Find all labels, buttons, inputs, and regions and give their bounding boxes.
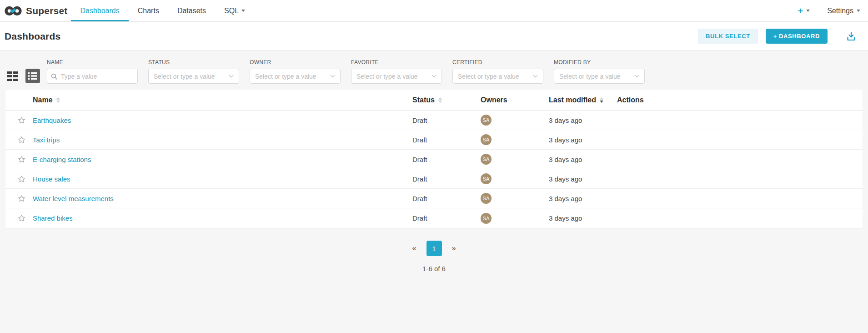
table-header-row: Name Status Owners Last modified Actions bbox=[5, 90, 863, 111]
last-modified-cell: 3 days ago bbox=[543, 214, 612, 222]
owner-avatar: SA bbox=[481, 154, 492, 165]
nav-tab-dashboards[interactable]: Dashboards bbox=[71, 0, 128, 21]
card-view-toggle-button[interactable] bbox=[5, 69, 20, 83]
sort-icon bbox=[438, 97, 442, 103]
last-modified-cell: 3 days ago bbox=[543, 116, 612, 124]
header-actions: BULK SELECT + DASHBOARD bbox=[698, 29, 858, 44]
favorite-select[interactable]: Select or type a value bbox=[351, 69, 442, 84]
last-modified-cell: 3 days ago bbox=[543, 175, 612, 183]
table-body: Earthquakes Draft SA 3 days ago bbox=[5, 111, 863, 228]
table-row: Shared bikes Draft SA 3 days ago bbox=[5, 208, 863, 228]
owner-avatar: SA bbox=[481, 115, 492, 126]
list-view-toggle-button[interactable] bbox=[25, 69, 40, 83]
page-title: Dashboards bbox=[5, 31, 60, 42]
favorite-star-icon[interactable] bbox=[17, 175, 26, 183]
dashboard-name-link[interactable]: House sales bbox=[33, 175, 70, 183]
bulk-select-button[interactable]: BULK SELECT bbox=[698, 29, 758, 44]
status-cell: Draft bbox=[407, 156, 475, 163]
pagination-page-1-button[interactable]: 1 bbox=[426, 241, 442, 256]
dashboard-name-link[interactable]: Taxi trips bbox=[33, 136, 60, 144]
status-cell: Draft bbox=[407, 195, 475, 202]
filter-label: NAME bbox=[47, 59, 138, 66]
table-row: Earthquakes Draft SA 3 days ago bbox=[5, 111, 863, 130]
filter-certified: CERTIFIED Select or type a value bbox=[452, 59, 543, 84]
dashboard-name-link[interactable]: Water level measurements bbox=[33, 195, 114, 202]
pagination-prev-button[interactable]: « bbox=[409, 242, 420, 254]
filter-label: MODIFIED BY bbox=[554, 59, 645, 66]
chevron-down-icon bbox=[806, 10, 810, 12]
page-header: Dashboards BULK SELECT + DASHBOARD bbox=[0, 22, 868, 51]
owners-cell: SA bbox=[475, 173, 543, 184]
table-row: Taxi trips Draft SA 3 days ago bbox=[5, 130, 863, 150]
column-header-actions: Actions bbox=[612, 96, 863, 104]
favorite-star-icon[interactable] bbox=[17, 194, 26, 203]
last-modified-cell: 3 days ago bbox=[543, 156, 612, 163]
owner-avatar: SA bbox=[481, 193, 492, 204]
navbar-right: + Settings bbox=[798, 0, 861, 21]
name-search-box bbox=[47, 69, 138, 84]
owner-avatar: SA bbox=[481, 173, 492, 184]
sort-desc-icon bbox=[600, 97, 603, 103]
dashboard-name-link[interactable]: E-charging stations bbox=[33, 156, 91, 163]
last-modified-cell: 3 days ago bbox=[543, 195, 612, 202]
owner-avatar: SA bbox=[481, 213, 492, 224]
brand-wordmark: Superset bbox=[26, 5, 67, 16]
chevron-down-icon bbox=[857, 10, 860, 12]
pagination-summary: 1-6 of 6 bbox=[5, 265, 863, 272]
dashboards-table-card: Name Status Owners Last modified Actions bbox=[5, 90, 863, 228]
nav-tab-sql[interactable]: SQL bbox=[215, 0, 254, 21]
modified-by-select[interactable]: Select or type a value bbox=[554, 69, 645, 84]
filter-modified-by: MODIFIED BY Select or type a value bbox=[554, 59, 645, 84]
settings-menu-button[interactable]: Settings bbox=[827, 7, 860, 15]
last-modified-cell: 3 days ago bbox=[543, 136, 612, 144]
favorite-star-icon[interactable] bbox=[17, 116, 26, 125]
status-cell: Draft bbox=[407, 175, 475, 183]
owners-cell: SA bbox=[475, 154, 543, 165]
favorite-star-icon[interactable] bbox=[17, 214, 26, 222]
favorite-star-icon[interactable] bbox=[17, 136, 26, 144]
status-select[interactable]: Select or type a value bbox=[148, 69, 239, 84]
new-item-menu-button[interactable]: + bbox=[798, 6, 810, 15]
nav-tab-charts[interactable]: Charts bbox=[129, 0, 168, 21]
filter-label: STATUS bbox=[148, 59, 239, 66]
column-header-status[interactable]: Status bbox=[407, 96, 475, 104]
owners-cell: SA bbox=[475, 115, 543, 126]
dashboard-name-link[interactable]: Earthquakes bbox=[33, 116, 71, 124]
grid-view-icon bbox=[7, 71, 19, 81]
chevron-down-icon bbox=[533, 75, 538, 78]
chevron-down-icon bbox=[431, 75, 437, 78]
certified-select[interactable]: Select or type a value bbox=[452, 69, 543, 84]
owners-cell: SA bbox=[475, 134, 543, 145]
list-view-icon bbox=[28, 72, 37, 80]
column-header-last-modified[interactable]: Last modified bbox=[543, 96, 612, 104]
dashboard-name-link[interactable]: Shared bikes bbox=[33, 214, 73, 222]
superset-infinity-icon bbox=[5, 5, 22, 17]
plus-icon: + bbox=[798, 6, 803, 15]
chevron-down-icon bbox=[241, 10, 245, 12]
top-navbar: Superset Dashboards Charts Datasets SQL … bbox=[0, 0, 868, 22]
chevron-down-icon bbox=[634, 75, 639, 78]
filter-status: STATUS Select or type a value bbox=[148, 59, 239, 84]
filter-label: FAVORITE bbox=[351, 59, 442, 66]
filter-label: CERTIFIED bbox=[452, 59, 543, 66]
filter-bar: NAME STATUS Select or type a value OWNE bbox=[5, 59, 863, 84]
status-cell: Draft bbox=[407, 136, 475, 144]
main-nav: Dashboards Charts Datasets SQL bbox=[71, 0, 254, 21]
pagination-next-button[interactable]: » bbox=[448, 242, 460, 254]
sort-icon bbox=[56, 97, 60, 103]
view-mode-toggles bbox=[5, 69, 40, 83]
column-header-name[interactable]: Name bbox=[33, 96, 407, 104]
table-row: House sales Draft SA 3 days ago bbox=[5, 169, 863, 189]
owners-cell: SA bbox=[475, 193, 543, 204]
favorite-star-icon[interactable] bbox=[17, 155, 26, 164]
owner-avatar: SA bbox=[481, 134, 492, 145]
pagination: « 1 » bbox=[5, 241, 863, 256]
import-dashboards-button[interactable] bbox=[844, 30, 858, 43]
new-dashboard-button[interactable]: + DASHBOARD bbox=[766, 29, 828, 44]
filter-owner: OWNER Select or type a value bbox=[250, 59, 341, 84]
import-download-icon bbox=[845, 30, 857, 42]
superset-logo[interactable]: Superset bbox=[5, 0, 67, 21]
owner-select[interactable]: Select or type a value bbox=[250, 69, 341, 84]
search-input[interactable] bbox=[57, 69, 134, 83]
nav-tab-datasets[interactable]: Datasets bbox=[168, 0, 215, 21]
